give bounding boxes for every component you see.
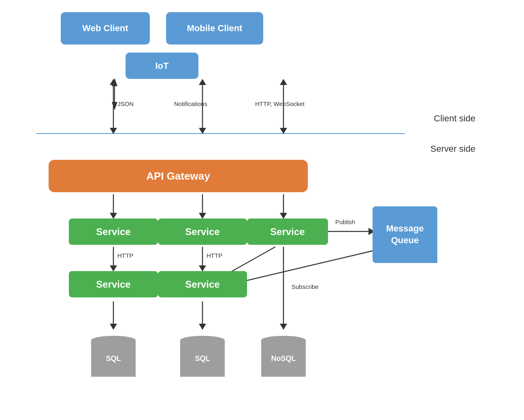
notifications-label: Notifications (174, 100, 207, 107)
nosql-db-top (261, 336, 306, 345)
svg-marker-27 (199, 324, 206, 330)
sql1-db-body: SQL (91, 340, 136, 377)
subscribe-label: Subscribe (292, 283, 319, 290)
web-client-box: Web Client (61, 12, 150, 45)
sql1-db: SQL (91, 336, 136, 377)
service1-box: Service (69, 218, 158, 245)
service4-box: Service (69, 271, 158, 297)
http1-label: HTTP (117, 252, 133, 259)
svg-marker-6 (110, 79, 117, 85)
api-gateway-label: API Gateway (146, 170, 210, 182)
service3-label: Service (270, 226, 305, 238)
mobile-client-label: Mobile Client (187, 23, 243, 34)
svg-marker-29 (280, 324, 287, 330)
server-side-label: Server side (430, 144, 475, 154)
http-websocket-label: HTTP, WebSocket (255, 100, 305, 107)
nosql-label: NoSQL (271, 354, 296, 363)
message-queue-label: MessageQueue (386, 223, 424, 246)
svg-marker-13 (280, 128, 287, 134)
iot-box: IoT (126, 53, 198, 79)
svg-marker-21 (110, 265, 117, 272)
svg-marker-7 (110, 128, 117, 134)
service2-label: Service (185, 226, 219, 238)
sql2-label: SQL (195, 354, 210, 363)
sql2-db: SQL (180, 336, 225, 377)
sql2-db-top (180, 336, 225, 345)
service1-label: Service (96, 226, 130, 238)
nosql-db-body: NoSQL (261, 340, 306, 377)
message-queue-box: MessageQueue (373, 206, 437, 263)
svg-marker-10 (199, 128, 206, 134)
svg-marker-12 (280, 79, 287, 85)
service2-box: Service (158, 218, 247, 245)
service4-label: Service (96, 279, 130, 290)
http2-label: HTTP (207, 252, 222, 259)
service5-label: Service (185, 279, 219, 290)
mobile-client-box: Mobile Client (166, 12, 263, 45)
web-client-label: Web Client (82, 23, 128, 34)
json-label: JSON (117, 100, 134, 107)
service5-box: Service (158, 271, 247, 297)
svg-marker-23 (199, 265, 206, 272)
svg-marker-25 (110, 324, 117, 330)
sql1-label: SQL (106, 354, 121, 363)
service3-box: Service (247, 218, 328, 245)
message-queue-fold (373, 263, 437, 275)
svg-line-32 (227, 251, 373, 285)
api-gateway-box: API Gateway (49, 160, 308, 192)
svg-marker-19 (280, 213, 287, 219)
svg-marker-17 (199, 213, 206, 219)
architecture-diagram: Web Client Mobile Client IoT Client side… (0, 0, 524, 420)
svg-marker-9 (199, 79, 206, 85)
iot-label: IoT (155, 61, 169, 71)
svg-marker-15 (110, 213, 117, 219)
nosql-db: NoSQL (261, 336, 306, 377)
publish-label: Publish (335, 218, 355, 225)
sql2-db-body: SQL (180, 340, 225, 377)
sql1-db-top (91, 336, 136, 345)
client-side-label: Client side (434, 113, 475, 124)
